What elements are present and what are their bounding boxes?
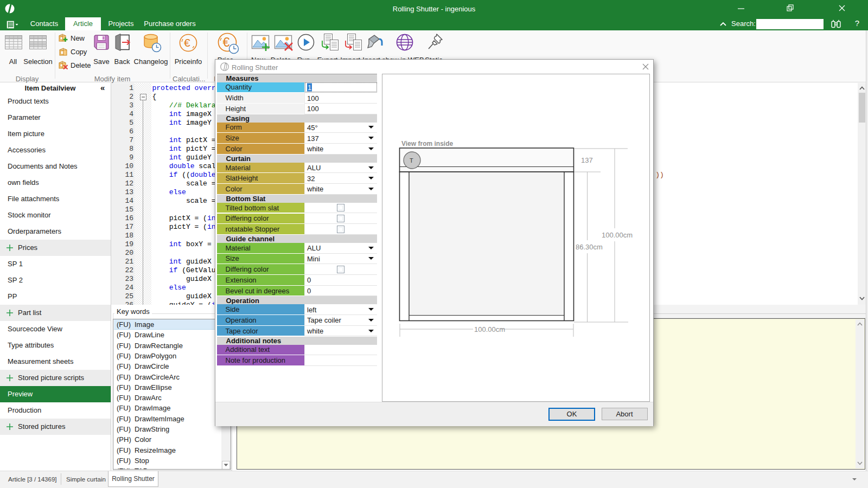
svg-text:€: € xyxy=(184,36,190,49)
svg-text:€: € xyxy=(223,35,230,49)
svg-text:T: T xyxy=(410,157,413,164)
